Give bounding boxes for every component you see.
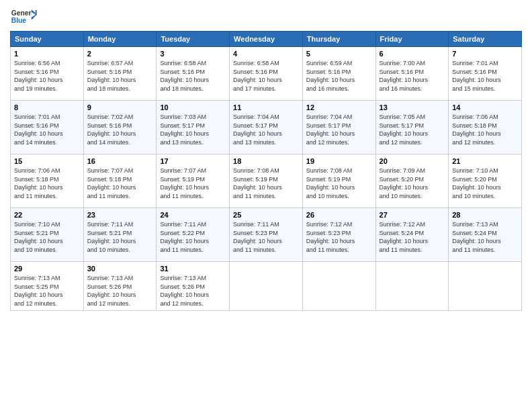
day-number: 30 xyxy=(87,265,153,273)
calendar-cell: 19Sunrise: 7:08 AMSunset: 5:19 PMDayligh… xyxy=(302,154,375,208)
calendar-cell: 16Sunrise: 7:07 AMSunset: 5:18 PMDayligh… xyxy=(83,154,157,208)
day-number: 11 xyxy=(233,103,299,111)
calendar-week-1: 1Sunrise: 6:56 AMSunset: 5:16 PMDaylight… xyxy=(11,47,522,101)
day-info: Sunrise: 7:11 AMSunset: 5:23 PMDaylight:… xyxy=(233,220,299,254)
calendar-cell: 13Sunrise: 7:05 AMSunset: 5:17 PMDayligh… xyxy=(375,101,449,154)
day-number: 10 xyxy=(160,103,226,111)
calendar-header-row: SundayMondayTuesdayWednesdayThursdayFrid… xyxy=(11,32,522,47)
day-number: 14 xyxy=(452,103,518,111)
day-info: Sunrise: 6:56 AMSunset: 5:16 PMDaylight:… xyxy=(14,59,80,93)
day-number: 21 xyxy=(452,157,518,165)
day-info: Sunrise: 7:13 AMSunset: 5:26 PMDaylight:… xyxy=(87,274,153,308)
day-info: Sunrise: 7:04 AMSunset: 5:17 PMDaylight:… xyxy=(233,113,299,146)
day-info: Sunrise: 7:12 AMSunset: 5:24 PMDaylight:… xyxy=(380,220,445,254)
calendar-cell: 21Sunrise: 7:10 AMSunset: 5:20 PMDayligh… xyxy=(449,154,522,208)
calendar-cell: 8Sunrise: 7:01 AMSunset: 5:16 PMDaylight… xyxy=(11,101,84,154)
day-info: Sunrise: 7:02 AMSunset: 5:16 PMDaylight:… xyxy=(87,113,153,146)
day-number: 5 xyxy=(306,50,372,58)
calendar-cell: 26Sunrise: 7:12 AMSunset: 5:23 PMDayligh… xyxy=(302,208,375,262)
day-number: 3 xyxy=(160,50,226,58)
weekday-header-thursday: Thursday xyxy=(302,32,375,47)
calendar-cell: 9Sunrise: 7:02 AMSunset: 5:16 PMDaylight… xyxy=(83,101,157,154)
day-number: 23 xyxy=(87,211,153,219)
day-info: Sunrise: 7:01 AMSunset: 5:16 PMDaylight:… xyxy=(452,59,518,93)
day-number: 13 xyxy=(380,103,445,111)
calendar-cell: 15Sunrise: 7:06 AMSunset: 5:18 PMDayligh… xyxy=(11,154,84,208)
weekday-header-tuesday: Tuesday xyxy=(157,32,230,47)
day-number: 7 xyxy=(452,50,518,58)
day-info: Sunrise: 7:13 AMSunset: 5:26 PMDaylight:… xyxy=(160,274,226,308)
svg-text:Blue: Blue xyxy=(11,17,27,24)
calendar-table: SundayMondayTuesdayWednesdayThursdayFrid… xyxy=(10,31,522,311)
calendar-cell: 2Sunrise: 6:57 AMSunset: 5:16 PMDaylight… xyxy=(83,47,157,101)
calendar-week-5: 29Sunrise: 7:13 AMSunset: 5:25 PMDayligh… xyxy=(11,262,522,311)
calendar-cell xyxy=(449,262,522,311)
logo-icon: General Blue xyxy=(10,7,37,27)
day-number: 6 xyxy=(380,50,445,58)
day-number: 28 xyxy=(452,211,518,219)
day-info: Sunrise: 7:05 AMSunset: 5:17 PMDaylight:… xyxy=(380,113,445,146)
day-number: 27 xyxy=(380,211,445,219)
day-info: Sunrise: 7:13 AMSunset: 5:24 PMDaylight:… xyxy=(452,220,518,254)
calendar-cell: 23Sunrise: 7:11 AMSunset: 5:21 PMDayligh… xyxy=(83,208,157,262)
weekday-header-monday: Monday xyxy=(83,32,157,47)
calendar-cell: 10Sunrise: 7:03 AMSunset: 5:17 PMDayligh… xyxy=(157,101,230,154)
day-info: Sunrise: 7:03 AMSunset: 5:17 PMDaylight:… xyxy=(160,113,226,146)
day-number: 9 xyxy=(87,103,153,111)
day-info: Sunrise: 7:09 AMSunset: 5:20 PMDaylight:… xyxy=(380,167,445,200)
calendar-cell: 30Sunrise: 7:13 AMSunset: 5:26 PMDayligh… xyxy=(83,262,157,311)
day-info: Sunrise: 7:11 AMSunset: 5:22 PMDaylight:… xyxy=(160,220,226,254)
day-number: 20 xyxy=(380,157,445,165)
calendar-cell: 7Sunrise: 7:01 AMSunset: 5:16 PMDaylight… xyxy=(449,47,522,101)
day-info: Sunrise: 7:04 AMSunset: 5:17 PMDaylight:… xyxy=(306,113,372,146)
calendar-cell: 6Sunrise: 7:00 AMSunset: 5:16 PMDaylight… xyxy=(375,47,449,101)
calendar-cell: 5Sunrise: 6:59 AMSunset: 5:16 PMDaylight… xyxy=(302,47,375,101)
calendar-cell: 20Sunrise: 7:09 AMSunset: 5:20 PMDayligh… xyxy=(375,154,449,208)
day-number: 26 xyxy=(306,211,372,219)
day-number: 1 xyxy=(14,50,80,58)
day-info: Sunrise: 6:59 AMSunset: 5:16 PMDaylight:… xyxy=(306,59,372,93)
calendar-cell: 1Sunrise: 6:56 AMSunset: 5:16 PMDaylight… xyxy=(11,47,84,101)
weekday-header-sunday: Sunday xyxy=(11,32,84,47)
day-info: Sunrise: 7:10 AMSunset: 5:20 PMDaylight:… xyxy=(452,167,518,200)
calendar-week-2: 8Sunrise: 7:01 AMSunset: 5:16 PMDaylight… xyxy=(11,101,522,154)
day-info: Sunrise: 7:08 AMSunset: 5:19 PMDaylight:… xyxy=(233,167,299,200)
day-info: Sunrise: 7:12 AMSunset: 5:23 PMDaylight:… xyxy=(306,220,372,254)
day-number: 17 xyxy=(160,157,226,165)
day-info: Sunrise: 7:07 AMSunset: 5:18 PMDaylight:… xyxy=(87,167,153,200)
day-info: Sunrise: 7:08 AMSunset: 5:19 PMDaylight:… xyxy=(306,167,372,200)
day-number: 22 xyxy=(14,211,80,219)
day-info: Sunrise: 7:07 AMSunset: 5:19 PMDaylight:… xyxy=(160,167,226,200)
calendar-cell xyxy=(230,262,303,311)
calendar-cell: 4Sunrise: 6:58 AMSunset: 5:16 PMDaylight… xyxy=(230,47,303,101)
calendar-cell: 29Sunrise: 7:13 AMSunset: 5:25 PMDayligh… xyxy=(11,262,84,311)
day-number: 19 xyxy=(306,157,372,165)
calendar-cell: 24Sunrise: 7:11 AMSunset: 5:22 PMDayligh… xyxy=(157,208,230,262)
logo: General Blue xyxy=(10,7,40,27)
day-number: 18 xyxy=(233,157,299,165)
calendar-cell xyxy=(375,262,449,311)
calendar-cell: 17Sunrise: 7:07 AMSunset: 5:19 PMDayligh… xyxy=(157,154,230,208)
day-info: Sunrise: 7:06 AMSunset: 5:18 PMDaylight:… xyxy=(14,167,80,200)
day-info: Sunrise: 7:01 AMSunset: 5:16 PMDaylight:… xyxy=(14,113,80,146)
weekday-header-wednesday: Wednesday xyxy=(230,32,303,47)
calendar-cell: 18Sunrise: 7:08 AMSunset: 5:19 PMDayligh… xyxy=(230,154,303,208)
weekday-header-friday: Friday xyxy=(375,32,449,47)
day-number: 31 xyxy=(160,265,226,273)
calendar-cell: 12Sunrise: 7:04 AMSunset: 5:17 PMDayligh… xyxy=(302,101,375,154)
calendar-cell xyxy=(302,262,375,311)
calendar-cell: 14Sunrise: 7:06 AMSunset: 5:18 PMDayligh… xyxy=(449,101,522,154)
day-info: Sunrise: 7:11 AMSunset: 5:21 PMDaylight:… xyxy=(87,220,153,254)
calendar-cell: 25Sunrise: 7:11 AMSunset: 5:23 PMDayligh… xyxy=(230,208,303,262)
calendar-week-3: 15Sunrise: 7:06 AMSunset: 5:18 PMDayligh… xyxy=(11,154,522,208)
day-info: Sunrise: 7:13 AMSunset: 5:25 PMDaylight:… xyxy=(14,274,80,308)
calendar-cell: 3Sunrise: 6:58 AMSunset: 5:16 PMDaylight… xyxy=(157,47,230,101)
day-info: Sunrise: 6:57 AMSunset: 5:16 PMDaylight:… xyxy=(87,59,153,93)
day-number: 29 xyxy=(14,265,80,273)
day-info: Sunrise: 7:06 AMSunset: 5:18 PMDaylight:… xyxy=(452,113,518,146)
calendar-cell: 31Sunrise: 7:13 AMSunset: 5:26 PMDayligh… xyxy=(157,262,230,311)
day-number: 15 xyxy=(14,157,80,165)
day-info: Sunrise: 6:58 AMSunset: 5:16 PMDaylight:… xyxy=(160,59,226,93)
calendar-cell: 27Sunrise: 7:12 AMSunset: 5:24 PMDayligh… xyxy=(375,208,449,262)
day-number: 25 xyxy=(233,211,299,219)
